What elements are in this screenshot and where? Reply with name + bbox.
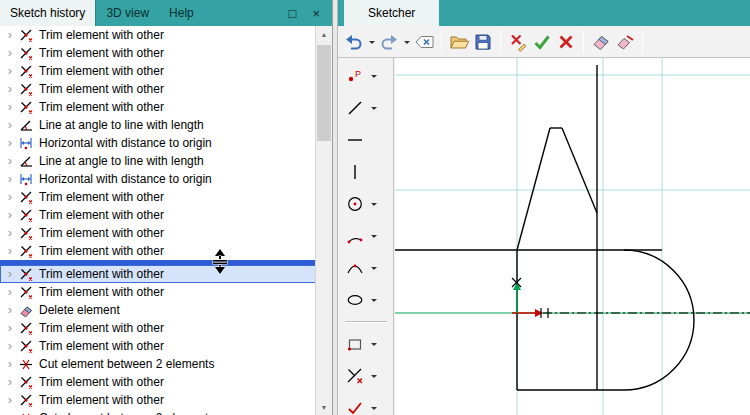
- delete-icon: [19, 303, 33, 317]
- rectangle-tool-dropdown[interactable]: [369, 331, 380, 357]
- history-item-label: Trim element with other: [37, 28, 164, 42]
- ellipse-tool-button[interactable]: [343, 288, 367, 312]
- expand-chevron-icon[interactable]: ›: [3, 337, 17, 355]
- sketch-history-panel: Sketch history 3D view Help □ × ›Trim el…: [0, 0, 333, 415]
- expand-chevron-icon[interactable]: ›: [3, 98, 17, 116]
- sketch-canvas[interactable]: [395, 58, 750, 415]
- history-item[interactable]: ›Trim element with other: [0, 98, 316, 116]
- circle-tool-button[interactable]: [343, 192, 367, 216]
- undo-button[interactable]: [342, 29, 366, 55]
- tab-help[interactable]: Help: [159, 0, 204, 26]
- delete-sketch-button[interactable]: [506, 29, 530, 55]
- history-item[interactable]: ›Trim element with other: [0, 80, 316, 98]
- history-item[interactable]: ›Trim element with other: [0, 206, 316, 224]
- erase-pencil-button[interactable]: [613, 29, 637, 55]
- ellipse-tool-dropdown[interactable]: [369, 287, 380, 313]
- constraint-tool-dropdown[interactable]: [369, 395, 380, 415]
- expand-chevron-icon[interactable]: ›: [3, 26, 17, 44]
- trim-tool-button[interactable]: [343, 364, 367, 388]
- history-item[interactable]: ›Line at angle to line with length: [0, 152, 316, 170]
- backspace-button[interactable]: [412, 29, 436, 55]
- history-item[interactable]: ›Trim element with other: [0, 62, 316, 80]
- history-item[interactable]: ›Cut element between 2 elements: [0, 355, 316, 373]
- constraint-tool-button[interactable]: [343, 396, 367, 415]
- sketch-slant-left[interactable]: [517, 128, 550, 250]
- horizontal-line-tool-button[interactable]: [343, 128, 367, 152]
- point-tool-button[interactable]: P: [343, 64, 367, 88]
- expand-chevron-icon[interactable]: ›: [3, 265, 17, 283]
- expand-chevron-icon[interactable]: ›: [3, 206, 17, 224]
- history-item[interactable]: ›Horizontal with distance to origin: [0, 170, 316, 188]
- open-button[interactable]: [447, 29, 471, 55]
- expand-chevron-icon[interactable]: ›: [3, 301, 17, 319]
- scroll-up-icon[interactable]: ▲: [316, 26, 332, 42]
- history-item[interactable]: ›Trim element with other: [0, 283, 316, 301]
- open-folder-icon: [449, 32, 470, 52]
- expand-chevron-icon[interactable]: ›: [3, 391, 17, 409]
- expand-chevron-icon[interactable]: ›: [3, 355, 17, 373]
- history-item[interactable]: ›Trim element with other: [0, 319, 316, 337]
- tab-sketcher[interactable]: Sketcher: [344, 0, 439, 26]
- arc-tool-dropdown[interactable]: [369, 223, 380, 249]
- expand-chevron-icon[interactable]: ›: [3, 170, 17, 188]
- history-item[interactable]: ›Trim element with other: [0, 188, 316, 206]
- expand-chevron-icon[interactable]: ›: [3, 134, 17, 152]
- expand-chevron-icon[interactable]: ›: [3, 283, 17, 301]
- expand-chevron-icon[interactable]: ›: [3, 62, 17, 80]
- expand-chevron-icon[interactable]: ›: [3, 224, 17, 242]
- line-tool-dropdown[interactable]: [369, 95, 380, 121]
- history-item[interactable]: ›Horizontal with distance to origin: [0, 134, 316, 152]
- expand-chevron-icon[interactable]: ›: [3, 44, 17, 62]
- scroll-down-icon[interactable]: ▼: [316, 399, 332, 415]
- history-item[interactable]: ›Delete element: [0, 301, 316, 319]
- erase-button[interactable]: [589, 29, 613, 55]
- trim-tool-dropdown[interactable]: [369, 363, 380, 389]
- redo-dropdown[interactable]: [401, 29, 412, 55]
- vertical-line-tool-button[interactable]: [343, 160, 367, 184]
- history-item[interactable]: ›Trim element with other: [0, 337, 316, 355]
- accept-button[interactable]: [530, 29, 554, 55]
- undo-dropdown[interactable]: [366, 29, 377, 55]
- tab-3d-view[interactable]: 3D view: [96, 0, 159, 26]
- point-tool-dropdown[interactable]: [369, 63, 380, 89]
- redo-button[interactable]: [377, 29, 401, 55]
- expand-chevron-icon[interactable]: ›: [3, 373, 17, 391]
- arc-tool-button[interactable]: [343, 224, 367, 248]
- maximize-icon[interactable]: □: [289, 6, 297, 21]
- history-item[interactable]: ›Trim element with other: [0, 373, 316, 391]
- expand-chevron-icon[interactable]: ›: [3, 80, 17, 98]
- expand-chevron-icon[interactable]: ›: [3, 409, 17, 415]
- trim-icon: [19, 208, 33, 222]
- history-item[interactable]: ›Cut element between 2 elements: [0, 409, 316, 415]
- history-item[interactable]: ›Trim element with other: [0, 224, 316, 242]
- expand-chevron-icon[interactable]: ›: [3, 116, 17, 134]
- sketch-arc[interactable]: [624, 250, 694, 390]
- expand-chevron-icon[interactable]: ›: [3, 319, 17, 337]
- scrollbar-thumb[interactable]: [317, 45, 331, 141]
- toolbar-separator: [441, 31, 442, 53]
- horizontal-line-tool-icon: [345, 130, 365, 150]
- arc-3pt-tool-dropdown[interactable]: [369, 255, 380, 281]
- history-item[interactable]: ›Trim element with other: [0, 391, 316, 409]
- expand-chevron-icon[interactable]: ›: [3, 152, 17, 170]
- rectangle-tool-button[interactable]: [343, 332, 367, 356]
- history-scrollbar[interactable]: ▲ ▼: [315, 26, 332, 415]
- save-button[interactable]: [471, 29, 495, 55]
- close-icon[interactable]: ×: [312, 6, 320, 21]
- arc-3pt-tool-button[interactable]: [343, 256, 367, 280]
- cancel-button[interactable]: [554, 29, 578, 55]
- expand-chevron-icon[interactable]: ›: [3, 242, 17, 260]
- history-item[interactable]: ›Trim element with other: [0, 26, 316, 44]
- sketch-slant-right[interactable]: [562, 128, 597, 213]
- history-item-selected[interactable]: ›Trim element with other: [0, 265, 316, 283]
- history-item-label: Trim element with other: [37, 82, 164, 96]
- expand-chevron-icon[interactable]: ›: [3, 188, 17, 206]
- history-item[interactable]: ›Trim element with other: [0, 242, 316, 260]
- history-item[interactable]: ›Trim element with other: [0, 44, 316, 62]
- circle-tool-dropdown[interactable]: [369, 191, 380, 217]
- constraint-tool-icon: [345, 398, 365, 415]
- history-item[interactable]: ›Line at angle to line with length: [0, 116, 316, 134]
- cut-icon: [19, 411, 33, 415]
- tab-sketch-history[interactable]: Sketch history: [0, 0, 96, 26]
- line-tool-button[interactable]: [343, 96, 367, 120]
